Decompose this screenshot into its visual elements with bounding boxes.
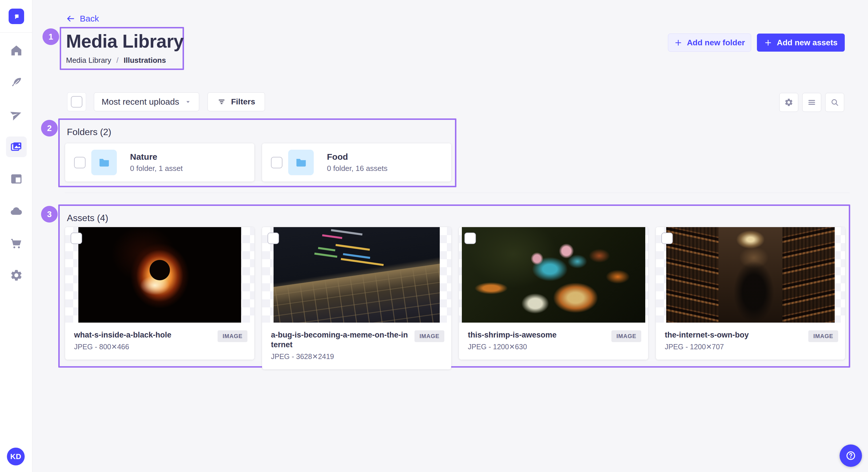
folder-checkbox[interactable] (74, 157, 86, 168)
images-icon (10, 140, 23, 154)
asset-type-badge: IMAGE (808, 330, 838, 342)
back-link[interactable]: Back (66, 14, 99, 24)
sidebar-item-releases[interactable] (6, 104, 27, 125)
sort-dropdown[interactable]: Most recent uploads (94, 92, 199, 111)
user-avatar[interactable]: KD (7, 448, 25, 465)
asset-info: this-shrimp-is-awesome JPEG - 1200✕630 I… (459, 323, 648, 360)
strapi-logo[interactable] (9, 9, 24, 24)
folder-icon (294, 156, 308, 169)
folder-text: Food 0 folder, 16 assets (327, 152, 388, 173)
folder-name: Food (327, 152, 388, 162)
sidebar-item-home[interactable] (6, 40, 27, 61)
list-icon (807, 98, 816, 107)
add-new-assets-label: Add new assets (777, 38, 838, 47)
asset-name: the-internet-s-own-boy (665, 330, 749, 340)
gear-icon (784, 98, 794, 107)
arrow-left-icon (66, 14, 75, 23)
add-new-folder-button[interactable]: Add new folder (668, 34, 751, 52)
section-divider (65, 193, 849, 193)
select-all-checkbox[interactable] (71, 96, 82, 107)
asset-card[interactable]: a-bug-is-becoming-a-meme-on-the-internet… (262, 227, 451, 369)
asset-thumb-image (462, 227, 645, 323)
add-new-folder-label: Add new folder (687, 38, 745, 47)
annotation-badge-2: 2 (41, 120, 58, 136)
asset-texts: a-bug-is-becoming-a-meme-on-the-internet… (271, 330, 408, 361)
sidebar-item-media-library[interactable] (6, 136, 27, 157)
layout-icon (10, 172, 23, 186)
select-all-wrapper (67, 92, 86, 111)
media-library-page: KD Back 1 Media Library Media Library / … (0, 0, 868, 472)
plus-icon (674, 39, 682, 47)
asset-card[interactable]: what-s-inside-a-black-hole JPEG - 800✕46… (65, 227, 254, 360)
filter-icon (217, 98, 226, 106)
feather-icon (10, 76, 23, 89)
folder-meta: 0 folder, 1 asset (130, 164, 183, 173)
asset-thumbnail (656, 227, 845, 323)
folders-section-title: Folders (2) (67, 127, 112, 137)
folder-icon-box (288, 150, 314, 175)
search-icon (830, 98, 839, 107)
home-icon (10, 44, 23, 57)
back-label: Back (80, 14, 99, 24)
asset-thumbnail (262, 227, 451, 323)
asset-info: the-internet-s-own-boy JPEG - 1200✕707 I… (656, 323, 845, 360)
asset-checkbox[interactable] (661, 233, 673, 244)
sidebar-item-content-type-builder[interactable] (6, 169, 27, 189)
annotation-box-title: 1 Media Library Media Library / Illustra… (60, 27, 184, 70)
folder-card[interactable]: Nature 0 folder, 1 asset (65, 143, 254, 181)
asset-texts: what-s-inside-a-black-hole JPEG - 800✕46… (74, 330, 172, 351)
asset-thumb-image (666, 227, 835, 323)
folder-checkbox[interactable] (271, 157, 282, 168)
paper-plane-icon (10, 108, 23, 121)
asset-texts: the-internet-s-own-boy JPEG - 1200✕707 (665, 330, 749, 351)
breadcrumb-separator: / (117, 56, 119, 65)
asset-info: what-s-inside-a-black-hole JPEG - 800✕46… (65, 323, 254, 360)
annotation-badge-3: 3 (41, 206, 58, 223)
breadcrumb: Media Library / Illustrations (66, 56, 166, 65)
sidebar: KD (0, 0, 32, 472)
breadcrumb-parent[interactable]: Media Library (66, 56, 112, 65)
asset-meta: JPEG - 1200✕707 (665, 343, 749, 351)
cloud-icon (10, 204, 23, 217)
sidebar-item-marketplace[interactable] (6, 233, 27, 254)
asset-checkbox[interactable] (464, 233, 476, 244)
asset-name: what-s-inside-a-black-hole (74, 330, 172, 340)
sidebar-item-settings[interactable] (6, 265, 27, 285)
search-button[interactable] (825, 93, 844, 112)
asset-meta: JPEG - 1200✕630 (468, 343, 557, 351)
filters-button[interactable]: Filters (208, 92, 265, 111)
sort-dropdown-value: Most recent uploads (102, 97, 179, 107)
view-settings-button[interactable] (779, 93, 798, 112)
cart-icon (10, 237, 23, 250)
asset-thumbnail (459, 227, 648, 323)
strapi-logo-icon (11, 11, 21, 21)
asset-texts: this-shrimp-is-awesome JPEG - 1200✕630 (468, 330, 557, 351)
list-view-button[interactable] (802, 93, 821, 112)
sidebar-item-cloud[interactable] (6, 201, 27, 222)
asset-card[interactable]: the-internet-s-own-boy JPEG - 1200✕707 I… (656, 227, 845, 360)
annotation-box-assets: 3 Assets (4) what-s-inside-a-black-hole … (58, 204, 850, 368)
asset-checkbox[interactable] (71, 233, 82, 244)
asset-checkbox[interactable] (268, 233, 279, 244)
sidebar-item-content[interactable] (6, 72, 27, 93)
asset-name: this-shrimp-is-awesome (468, 330, 557, 340)
help-button[interactable] (840, 444, 862, 467)
sidebar-nav (0, 40, 32, 285)
folder-card[interactable]: Food 0 folder, 16 assets (262, 143, 451, 181)
filters-label: Filters (231, 97, 255, 106)
asset-type-badge: IMAGE (218, 330, 247, 342)
folder-text: Nature 0 folder, 1 asset (130, 152, 183, 173)
annotation-badge-1: 1 (42, 28, 59, 45)
folder-icon (98, 156, 111, 169)
gear-icon (10, 269, 23, 282)
folder-meta: 0 folder, 16 assets (327, 164, 388, 173)
folder-icon-box (91, 150, 117, 175)
sidebar-divider (0, 32, 32, 33)
page-title: Media Library (66, 31, 184, 52)
asset-type-badge: IMAGE (611, 330, 641, 342)
chevron-down-icon (185, 98, 191, 105)
asset-card[interactable]: this-shrimp-is-awesome JPEG - 1200✕630 I… (459, 227, 648, 360)
add-new-assets-button[interactable]: Add new assets (757, 34, 845, 52)
plus-icon (764, 39, 772, 47)
asset-thumb-image (79, 227, 241, 323)
